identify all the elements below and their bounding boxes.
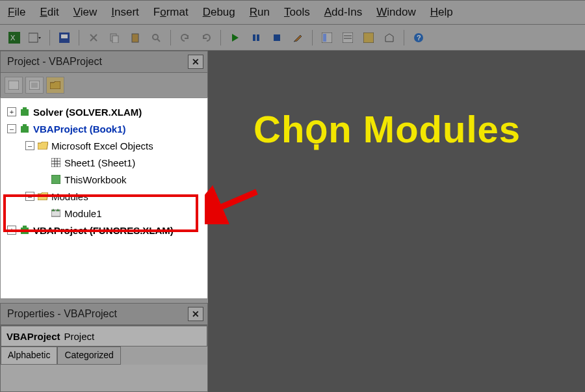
annotation-arrow-icon [205,185,263,224]
svg-rect-33 [51,175,60,184]
paste-icon[interactable] [127,30,143,46]
view-object-icon[interactable] [25,77,44,94]
reset-icon[interactable] [269,30,285,46]
workbook-icon [50,174,62,185]
properties-header: Properties - VBAProject ✕ [0,303,208,325]
svg-rect-15 [343,33,353,43]
menu-file[interactable]: File [8,6,25,19]
svg-rect-24 [21,109,29,116]
vba-project-icon [19,224,31,236]
svg-rect-28 [51,158,60,167]
properties-title: Properties - VBAProject [7,308,117,320]
svg-point-8 [153,34,158,40]
expand-icon[interactable]: + [7,226,16,235]
redo-icon[interactable] [198,30,214,46]
collapse-icon[interactable]: – [25,192,34,201]
copy-icon[interactable] [107,30,122,46]
svg-rect-4 [61,34,68,38]
menu-run[interactable]: Run [250,6,270,19]
menu-view[interactable]: View [73,6,98,19]
properties-tabs: Alphabetic Categorized [1,346,207,365]
design-mode-icon[interactable] [290,30,306,46]
collapse-icon[interactable]: – [25,141,34,150]
menu-format[interactable]: Format [153,6,188,19]
close-icon[interactable]: ✕ [188,307,203,321]
svg-line-9 [157,39,160,42]
svg-rect-2 [29,33,38,42]
svg-rect-12 [274,34,280,41]
tree-node-thisworkbook[interactable]: ThisWorkbook [3,171,205,188]
annotation-text: Chọn Modules [254,107,521,151]
tree-node-solver[interactable]: + Solver (SOLVER.XLAM) [3,103,205,120]
vba-project-icon [19,123,31,135]
tree-node-vbaproject-funcres[interactable]: + VBAProject (FUNCRES.XLAM) [3,222,205,239]
svg-rect-7 [132,34,138,42]
menu-insert[interactable]: Insert [111,6,139,19]
close-icon[interactable]: ✕ [188,55,203,69]
vba-project-icon [19,106,31,118]
module-icon [50,207,62,219]
menu-debug[interactable]: Debug [203,6,235,19]
svg-rect-21 [8,81,19,90]
tab-alphabetic[interactable]: Alphabetic [1,346,57,365]
svg-rect-6 [112,36,118,43]
svg-rect-23 [31,83,38,88]
menu-bar: File Edit View Insert Format Debug Run T… [0,0,585,25]
undo-icon[interactable] [177,30,193,46]
project-explorer-icon[interactable] [319,30,335,46]
project-tree[interactable]: + Solver (SOLVER.XLAM) – VBAProject (Boo… [0,98,208,299]
tree-node-excel-objects[interactable]: – Microsoft Excel Objects [3,137,205,154]
tree-node-sheet1[interactable]: Sheet1 (Sheet1) [3,154,205,171]
help-icon[interactable]: ? [411,30,426,46]
svg-rect-26 [21,126,29,133]
project-explorer-toolbar [0,73,208,98]
svg-rect-14 [323,34,326,42]
toggle-folders-icon[interactable] [46,77,64,94]
svg-text:?: ? [417,34,421,42]
svg-rect-10 [253,34,255,41]
tree-node-modules[interactable]: – Modules [3,188,205,205]
menu-addins[interactable]: Add-Ins [324,6,363,19]
cut-icon[interactable] [86,30,101,46]
find-icon[interactable] [148,30,164,46]
tab-categorized[interactable]: Categorized [57,346,121,365]
folder-open-icon [37,190,49,202]
folder-open-icon [37,140,49,151]
svg-text:X: X [10,34,16,42]
toolbox-icon[interactable] [382,30,397,46]
break-icon[interactable] [248,30,264,46]
svg-rect-18 [363,33,374,43]
collapse-icon[interactable]: – [7,124,16,133]
properties-icon[interactable] [340,30,356,46]
svg-rect-36 [23,226,27,228]
insert-module-dropdown-icon[interactable] [27,30,43,46]
tree-node-module1[interactable]: Module1 [3,205,205,222]
mdi-area [208,51,585,392]
excel-icon[interactable]: X [6,30,22,46]
properties-object-selector[interactable]: VBAProject Project [1,326,207,346]
svg-rect-35 [21,228,29,234]
menu-edit[interactable]: Edit [40,6,58,19]
properties-body: VBAProject Project Alphabetic Categorize… [0,325,208,392]
svg-line-37 [211,192,257,211]
expand-icon[interactable]: + [7,107,16,116]
svg-rect-27 [23,124,27,127]
left-panel: Project - VBAProject ✕ + Solver (SOLVER.… [0,51,208,392]
project-explorer-header: Project - VBAProject ✕ [0,51,208,73]
menu-tools[interactable]: Tools [284,6,310,19]
menu-window[interactable]: Window [376,6,415,19]
svg-rect-25 [23,107,27,110]
menu-help[interactable]: Help [430,6,453,19]
svg-rect-11 [257,34,259,41]
view-code-icon[interactable] [5,77,23,94]
save-icon[interactable] [57,30,72,46]
toolbar: X ? [0,25,585,51]
project-explorer-title: Project - VBAProject [7,56,102,68]
run-icon[interactable] [228,30,243,46]
object-browser-icon[interactable] [361,30,376,46]
worksheet-icon [50,157,62,168]
tree-node-vbaproject-book1[interactable]: – VBAProject (Book1) [3,120,205,137]
